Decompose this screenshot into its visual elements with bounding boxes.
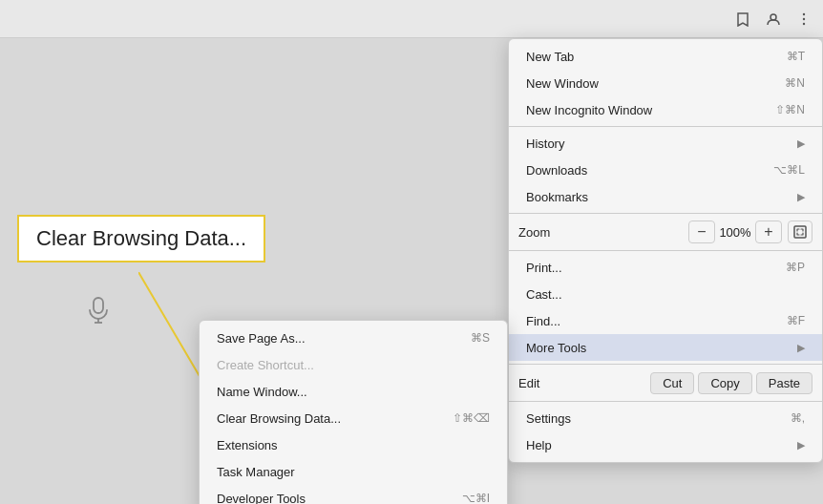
cut-button[interactable]: Cut bbox=[650, 372, 694, 394]
history-item[interactable]: History ▶ bbox=[509, 130, 822, 157]
more-tools-submenu: Save Page As... ⌘S Create Shortcut... Na… bbox=[199, 320, 508, 504]
clear-browsing-data-item[interactable]: Clear Browsing Data... ⇧⌘⌫ bbox=[200, 405, 507, 431]
print-item[interactable]: Print... ⌘P bbox=[509, 254, 822, 281]
new-incognito-label: New Incognito Window bbox=[526, 103, 652, 117]
extensions-label: Extensions bbox=[217, 438, 278, 452]
svg-point-3 bbox=[803, 22, 805, 24]
more-tools-label: More Tools bbox=[526, 341, 586, 355]
find-label: Find... bbox=[526, 314, 560, 328]
print-shortcut: ⌘P bbox=[786, 261, 805, 274]
settings-item[interactable]: Settings ⌘, bbox=[509, 405, 822, 431]
extensions-item[interactable]: Extensions bbox=[200, 431, 507, 458]
new-tab-label: New Tab bbox=[526, 50, 574, 64]
svg-point-1 bbox=[803, 12, 805, 14]
new-incognito-shortcut: ⇧⌘N bbox=[775, 103, 805, 116]
settings-shortcut: ⌘, bbox=[791, 411, 805, 425]
chrome-main-menu: New Tab ⌘T New Window ⌘N New Incognito W… bbox=[508, 38, 823, 463]
help-item[interactable]: Help ▶ bbox=[509, 431, 822, 458]
new-tab-item[interactable]: New Tab ⌘T bbox=[509, 43, 822, 70]
zoom-row: Zoom − 100% + bbox=[509, 217, 822, 247]
downloads-shortcut: ⌥⌘L bbox=[773, 163, 805, 177]
task-manager-item[interactable]: Task Manager bbox=[200, 458, 507, 485]
find-shortcut: ⌘F bbox=[787, 314, 805, 327]
more-tools-item[interactable]: More Tools ▶ bbox=[509, 334, 822, 361]
profile-icon[interactable] bbox=[764, 10, 783, 29]
svg-point-2 bbox=[803, 17, 805, 19]
new-window-shortcut: ⌘N bbox=[785, 76, 805, 90]
clear-browsing-data-shortcut: ⇧⌘⌫ bbox=[453, 411, 490, 425]
downloads-label: Downloads bbox=[526, 163, 587, 178]
create-shortcut-label: Create Shortcut... bbox=[217, 358, 314, 372]
new-window-item[interactable]: New Window ⌘N bbox=[509, 70, 822, 96]
bookmark-icon[interactable] bbox=[733, 10, 752, 29]
task-manager-label: Task Manager bbox=[217, 465, 295, 479]
cast-item[interactable]: Cast... bbox=[509, 281, 822, 307]
svg-rect-4 bbox=[94, 298, 103, 313]
paste-button[interactable]: Paste bbox=[756, 372, 812, 394]
edit-row: Edit Cut Copy Paste bbox=[509, 368, 822, 398]
new-tab-shortcut: ⌘T bbox=[787, 50, 805, 63]
microphone-icon[interactable] bbox=[84, 296, 113, 325]
more-tools-arrow: ▶ bbox=[797, 342, 805, 354]
zoom-value: 100% bbox=[717, 225, 753, 240]
print-label: Print... bbox=[526, 261, 562, 275]
help-label: Help bbox=[526, 438, 552, 452]
help-arrow: ▶ bbox=[797, 439, 805, 452]
callout-text: Clear Browsing Data... bbox=[36, 226, 246, 250]
save-page-as-shortcut: ⌘S bbox=[471, 331, 490, 345]
svg-rect-9 bbox=[794, 226, 806, 238]
divider-2 bbox=[509, 213, 822, 214]
settings-label: Settings bbox=[526, 411, 571, 426]
divider-1 bbox=[509, 126, 822, 127]
browser-toolbar bbox=[0, 0, 823, 38]
create-shortcut-item: Create Shortcut... bbox=[200, 351, 507, 378]
divider-4 bbox=[509, 364, 822, 365]
divider-3 bbox=[509, 250, 822, 251]
copy-button[interactable]: Copy bbox=[698, 372, 751, 394]
history-label: History bbox=[526, 136, 564, 151]
zoom-minus-button[interactable]: − bbox=[688, 220, 715, 243]
svg-point-0 bbox=[770, 14, 776, 20]
callout-box: Clear Browsing Data... bbox=[17, 215, 265, 262]
name-window-label: Name Window... bbox=[217, 385, 307, 399]
bookmarks-arrow: ▶ bbox=[797, 191, 805, 203]
divider-5 bbox=[509, 401, 822, 402]
main-content: Clear Browsing Data... Save Page As... ⌘… bbox=[0, 38, 823, 504]
new-window-label: New Window bbox=[526, 76, 599, 91]
edit-label: Edit bbox=[518, 376, 646, 390]
developer-tools-item[interactable]: Developer Tools ⌥⌘I bbox=[200, 485, 507, 504]
downloads-item[interactable]: Downloads ⌥⌘L bbox=[509, 157, 822, 183]
name-window-item[interactable]: Name Window... bbox=[200, 378, 507, 405]
zoom-label: Zoom bbox=[518, 225, 686, 240]
zoom-fullscreen-button[interactable] bbox=[788, 220, 812, 243]
clear-browsing-data-label: Clear Browsing Data... bbox=[217, 411, 341, 426]
find-item[interactable]: Find... ⌘F bbox=[509, 307, 822, 334]
cast-label: Cast... bbox=[526, 287, 562, 302]
developer-tools-label: Developer Tools bbox=[217, 492, 306, 505]
bookmarks-item[interactable]: Bookmarks ▶ bbox=[509, 183, 822, 210]
developer-tools-shortcut: ⌥⌘I bbox=[462, 492, 490, 504]
bookmarks-label: Bookmarks bbox=[526, 190, 588, 204]
history-arrow: ▶ bbox=[797, 137, 805, 150]
new-incognito-item[interactable]: New Incognito Window ⇧⌘N bbox=[509, 96, 822, 123]
save-page-as-label: Save Page As... bbox=[217, 331, 306, 346]
menu-icon[interactable] bbox=[794, 10, 813, 29]
save-page-as-item[interactable]: Save Page As... ⌘S bbox=[200, 325, 507, 351]
zoom-plus-button[interactable]: + bbox=[755, 220, 782, 243]
